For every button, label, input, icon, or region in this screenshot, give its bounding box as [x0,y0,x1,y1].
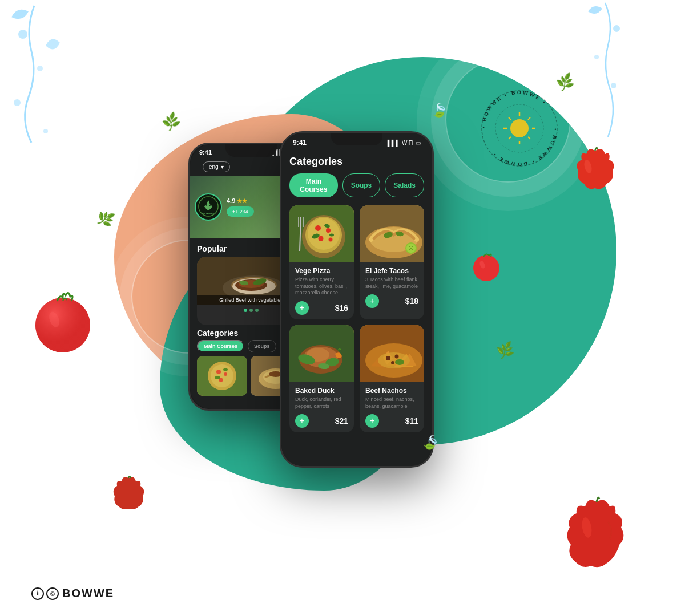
svg-point-53 [308,218,340,250]
nachos-name: Beef Nachos [365,387,418,395]
svg-point-40 [211,364,233,387]
water-splash-left [0,0,68,171]
call-button[interactable]: +1 234 [227,206,254,217]
front-phone-screen: 9:41 ▌▌▌ WiFi ▭ Categories Main Courses … [281,133,432,466]
svg-point-4 [613,25,620,32]
svg-point-41 [216,370,221,374]
bowwe-badge: • BOWWE • BOWWE • • BOWWE • BOWWE • [480,88,559,168]
svg-line-24 [509,137,511,139]
duck-add-button[interactable]: + [295,414,309,428]
pizza-name: Vege Pizza [295,267,348,275]
front-wifi-icon: WiFi [402,140,413,146]
nachos-footer: + $11 [365,414,418,428]
back-tab-soups[interactable]: Soups [248,340,276,352]
leaf-1: 🌿 [160,111,183,133]
svg-line-22 [528,137,530,139]
pizza-info: Vege Pizza Pizza with cherry tomatoes, o… [289,262,354,319]
front-tab-salads[interactable]: Salads [385,173,424,197]
svg-text:RESTAURANT: RESTAURANT [202,213,216,215]
front-categories-title: Categories [289,149,424,173]
dot-3 [255,309,259,312]
svg-point-0 [18,30,27,39]
tacos-desc: 3 Tacos with beef flank steak, lime, gua… [365,277,418,290]
front-phone-notch [331,133,382,145]
back-food-img-pizza [197,356,247,396]
food-card-tacos[interactable]: El Jefe Tacos 3 Tacos with beef flank st… [360,205,424,319]
nachos-price: $11 [405,416,418,425]
front-screen-content: Categories Main Courses Soups Salads [281,149,432,462]
svg-point-54 [315,225,321,231]
language-label: eng [209,164,219,170]
restaurant-logo: RESTAURANT [195,193,222,221]
svg-line-21 [509,117,511,120]
dot-2 [249,309,253,312]
tacos-add-button[interactable]: + [365,294,379,308]
svg-point-2 [14,99,21,106]
food-img-duck [289,325,354,382]
tomato-small [471,251,502,282]
back-tab-main-courses[interactable]: Main Courses [197,340,244,352]
front-battery-icon: ▭ [416,140,421,146]
leaf-2: 🌿 [95,209,116,230]
pepper-bottom-left [108,473,148,513]
svg-point-88 [378,352,410,368]
duck-footer: + $21 [295,414,348,428]
svg-point-10 [473,255,499,281]
duck-price: $21 [335,416,348,425]
star-icons: ★★ [237,198,247,204]
back-phone-notch [225,144,277,157]
food-card-nachos[interactable]: Beef Nachos Minced beef, nachos, beans, … [360,325,424,432]
chevron-down-icon: ▾ [221,164,224,170]
svg-point-3 [43,129,48,133]
svg-point-91 [391,361,394,364]
info-icon: ℹ [31,587,44,600]
tomato-large [31,291,94,354]
front-food-grid: Vege Pizza Pizza with cherry tomatoes, o… [289,205,424,432]
duck-desc: Duck, coriander, red pepper, carrots [295,396,348,410]
svg-point-8 [35,298,90,352]
bottom-brand: ℹ © BOWWE [31,587,114,600]
front-tab-main-courses[interactable]: Main Courses [289,173,338,197]
food-img-tacos [360,205,424,262]
svg-point-45 [223,368,228,371]
svg-point-5 [594,55,599,59]
svg-point-42 [224,372,227,376]
food-card-duck[interactable]: Baked Duck Duck, coriander, red pepper, … [289,325,354,432]
food-card-vege-pizza[interactable]: Vege Pizza Pizza with cherry tomatoes, o… [289,205,354,319]
tacos-name: El Jefe Tacos [365,267,418,275]
duck-name: Baked Duck [295,387,348,395]
back-time: 9:41 [199,149,212,156]
nachos-info: Beef Nachos Minced beef, nachos, beans, … [360,382,424,432]
phone-front: 9:41 ▌▌▌ WiFi ▭ Categories Main Courses … [280,131,434,468]
dot-1 [244,309,247,312]
nachos-add-button[interactable]: + [365,414,379,428]
svg-point-1 [37,66,43,71]
cc-icon: © [46,587,59,600]
pepper-bottom-right [559,491,634,576]
svg-point-44 [215,376,220,379]
tacos-price: $18 [405,297,418,306]
pizza-add-button[interactable]: + [295,301,309,315]
water-splash-right [582,0,628,160]
svg-line-23 [528,117,530,120]
food-img-nachos [360,325,424,382]
front-tab-soups[interactable]: Soups [342,173,381,197]
front-time: 9:41 [293,139,307,147]
svg-point-90 [395,355,399,359]
nachos-desc: Minced beef, nachos, beans, guacamole [365,396,418,410]
front-category-tabs: Main Courses Soups Salads [289,173,424,197]
svg-point-16 [510,119,529,137]
back-food-item-1[interactable] [197,356,247,396]
svg-point-55 [326,228,331,233]
duck-info: Baked Duck Duck, coriander, red pepper, … [289,382,354,432]
pizza-price: $16 [335,303,348,313]
svg-point-56 [319,236,324,241]
brand-icons: ℹ © [31,587,59,600]
front-status-icons: ▌▌▌ WiFi ▭ [388,140,421,146]
restaurant-logo-text: RESTAURANT [198,196,219,218]
brand-name: BOWWE [62,587,114,600]
svg-point-89 [386,356,390,360]
svg-point-57 [329,238,333,242]
language-button[interactable]: eng ▾ [203,161,230,172]
tacos-footer: + $18 [365,294,418,308]
